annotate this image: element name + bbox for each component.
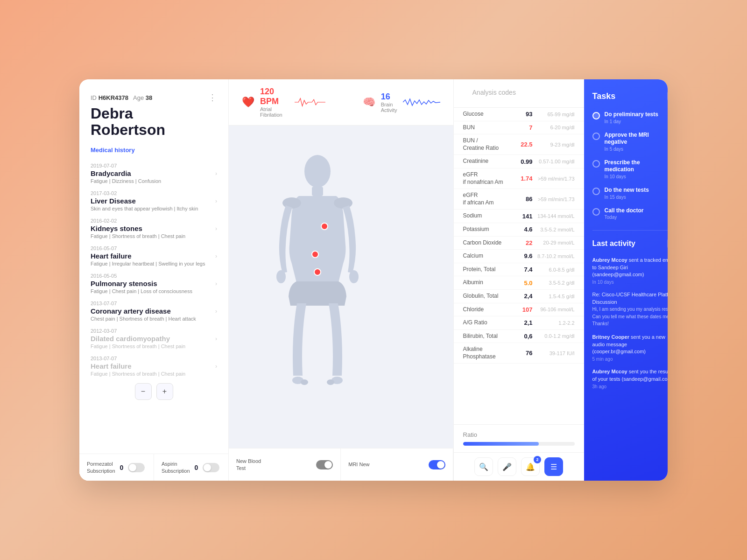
chevron-icon: › <box>215 170 217 177</box>
bottom-actions: 🔍 🎤 🔔 2 ☰ <box>454 452 584 481</box>
patient-meta: ID H6KR4378 Age 38 ⋮ <box>91 92 217 103</box>
analysis-row-ag-ratio: A/G Ratio 2,1 1.2-2.2 <box>454 316 584 330</box>
task-indicator <box>592 188 600 195</box>
chevron-icon: › <box>215 280 217 287</box>
activity-title: Last activity <box>592 239 635 248</box>
activity-item-4[interactable]: Aubrey Mccoy sent you the results of you… <box>592 368 668 389</box>
svg-point-10 <box>321 223 328 230</box>
analysis-row-globulin: Globulin, Total 2,4 1.5-4.5 g/dl <box>454 290 584 303</box>
subscriptions-left: Pormezatol Subscription 0 Aspirin Subscr… <box>79 454 228 481</box>
activity-item-2[interactable]: Re: Cisco-UCSF Healthcare Platform Discu… <box>592 291 668 327</box>
add-activity-button[interactable]: + <box>667 238 668 249</box>
svg-point-11 <box>312 251 318 258</box>
history-item-dilated[interactable]: 2012-03-07 Dilated cardiomyopathy › Fati… <box>91 328 217 349</box>
task-item-medication[interactable]: Prescribe the medication In 10 days <box>592 159 668 179</box>
history-item-bradycardia[interactable]: 2019-07-07 Bradycardia › Fatigue | Dizzi… <box>91 163 217 184</box>
pormezatol-subscription: Pormezatol Subscription 0 <box>79 454 154 481</box>
new-blood-test-toggle[interactable] <box>316 460 333 469</box>
patient-name: DebraRobertson <box>91 105 217 138</box>
task-item-mri[interactable]: Approve the MRI negative In 5 days <box>592 132 668 152</box>
analysis-row-alkaline: Alkaline Phosphatase 76 39-117 IU/l <box>454 343 584 364</box>
analysis-title: Analysis codes <box>463 89 575 96</box>
analysis-row-bun: BUN 7 6-20 mg/dl <box>454 121 584 135</box>
history-item-heart-failure2[interactable]: 2013-07-07 Heart failure › Fatigue | Sho… <box>91 356 217 377</box>
activity-time: 3h ago <box>592 384 668 389</box>
analysis-row-albumin: Albumin 5.0 3.5-5.2 g/dl <box>454 276 584 290</box>
activity-time: In 10 days <box>592 280 668 285</box>
task-name: Do the new tests <box>605 187 666 194</box>
next-page-button[interactable]: + <box>156 383 173 400</box>
mri-new-subscription: MRI New <box>341 448 453 481</box>
history-item-kidneys[interactable]: 2016-02-02 Kidneys stones › Fatigue | Sh… <box>91 218 217 239</box>
more-options-icon[interactable]: ⋮ <box>208 92 217 103</box>
task-time: In 1 day <box>605 119 666 124</box>
aspirin-toggle[interactable] <box>203 463 219 472</box>
chevron-icon: › <box>215 253 217 259</box>
analysis-row-creatinine: Creatinine 0.99 0.57-1.00 mg/dl <box>454 155 584 168</box>
task-time: Today <box>605 215 666 220</box>
ratio-bar-container <box>463 442 575 446</box>
mic-button[interactable]: 🎤 <box>498 457 516 476</box>
task-name: Call the doctor <box>605 207 666 215</box>
analysis-row-bun-creatine: BUN /Creatine Ratio 22.5 9-23 mg/dl <box>454 134 584 155</box>
history-item-coronary[interactable]: 2013-07-07 Coronary artery disease › Che… <box>91 301 217 322</box>
ratio-bar-fill <box>463 442 539 446</box>
task-active-indicator <box>592 112 600 119</box>
activity-time: 5 min ago <box>592 357 668 362</box>
task-item-preliminary[interactable]: Do preliminary tests In 1 day <box>592 111 668 124</box>
notification-badge: 2 <box>534 456 541 463</box>
add-task-button[interactable]: + <box>667 91 668 102</box>
brain-chart <box>403 95 440 109</box>
search-button[interactable]: 🔍 <box>474 457 493 476</box>
bell-button[interactable]: 🔔 2 <box>521 457 540 476</box>
patient-header: ID H6KR4378 Age 38 ⋮ DebraRobertson Medi… <box>91 92 217 154</box>
analysis-row-egfr-non: eGFRif nonafrican Am 1.74 >59 ml/min/1.7… <box>454 168 584 189</box>
prev-page-button[interactable]: − <box>135 383 152 400</box>
activity-item-1[interactable]: Aubrey Mccoy sent a tracked email to San… <box>592 257 668 285</box>
aspirin-subscription: Aspirin Subscription 0 <box>154 454 229 481</box>
heart-rate-value: 120 BPM <box>260 87 289 106</box>
heart-rate-group: ❤️ 120 BPM Atrial Fibrilation <box>242 87 325 118</box>
svg-point-7 <box>301 379 308 385</box>
task-time: In 15 days <box>605 195 666 200</box>
tasks-title: Tasks <box>592 91 616 101</box>
task-name: Do preliminary tests <box>605 111 666 119</box>
history-item-heart-failure[interactable]: 2016-05-07 Heart failure › Fatigue | Irr… <box>91 245 217 266</box>
task-item-call-doctor[interactable]: Call the doctor Today <box>592 207 668 220</box>
task-indicator <box>592 208 600 216</box>
body-visualization <box>229 126 453 448</box>
history-item-pulmonary[interactable]: 2016-05-05 Pulmonary stenosis › Fatigue … <box>91 273 217 294</box>
analysis-row-bilirubin: Bilirubin, Total 0,6 0.0-1.2 mg/dl <box>454 330 584 343</box>
history-item-liver[interactable]: 2017-03-02 Liver Disease › Skin and eyes… <box>91 190 217 211</box>
svg-point-5 <box>349 270 359 283</box>
analysis-row-co2: Carbon Dioxide 22 20-29 mmol/L <box>454 237 584 250</box>
ratio-section: Ratio <box>454 424 584 452</box>
svg-point-0 <box>304 155 331 188</box>
chevron-icon: › <box>215 198 217 204</box>
task-time: In 5 days <box>605 147 666 152</box>
right-panel: Tasks + Do preliminary tests In 1 day Ap… <box>584 79 668 481</box>
analysis-row-sodium: Sodium 141 134-144 mmol/L <box>454 210 584 223</box>
analysis-table: Glucose 93 65-99 mg/dl BUN 7 6-20 mg/dl … <box>454 108 584 424</box>
task-item-new-tests[interactable]: Do the new tests In 15 days <box>592 187 668 200</box>
patient-id-age: ID H6KR4378 Age 38 <box>91 94 152 101</box>
brain-icon: 🧠 <box>363 96 375 108</box>
pormezatol-toggle[interactable] <box>128 463 145 472</box>
tasks-header: Tasks + <box>592 91 668 102</box>
task-name: Approve the MRI negative <box>605 132 666 146</box>
medical-history-list: 2019-07-07 Bradycardia › Fatigue | Dizzi… <box>91 163 217 377</box>
svg-point-12 <box>314 269 321 275</box>
analysis-row-potassium: Potassium 4.6 3.5-5.2 mmol/L <box>454 223 584 237</box>
activity-item-3[interactable]: Britney Cooper sent you a new audio mess… <box>592 334 668 362</box>
chevron-icon: › <box>215 363 217 370</box>
analysis-header: Analysis codes <box>454 79 584 108</box>
body-model <box>271 152 411 422</box>
svg-rect-1 <box>312 187 323 196</box>
heart-icon: ❤️ <box>242 96 254 108</box>
analysis-row-chloride: Chloride 107 96-106 mmol/L <box>454 303 584 317</box>
vitals-bar: ❤️ 120 BPM Atrial Fibrilation 🧠 16 Brain… <box>229 79 453 126</box>
mri-new-toggle[interactable] <box>429 460 445 469</box>
subscriptions-center: New Blood Test MRI New <box>229 448 453 481</box>
menu-button[interactable]: ☰ <box>544 457 563 476</box>
task-indicator <box>592 133 600 140</box>
